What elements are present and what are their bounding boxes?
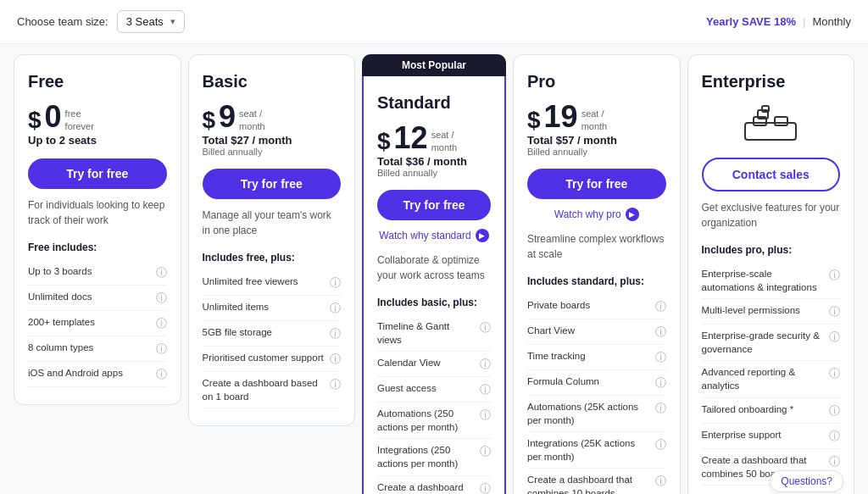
info-icon[interactable]: ⓘ bbox=[829, 403, 840, 419]
info-icon[interactable]: ⓘ bbox=[829, 366, 840, 381]
info-icon[interactable]: ⓘ bbox=[655, 299, 666, 314]
team-size-label: Choose team size: bbox=[17, 15, 108, 28]
feature-text: Create a dashboard that combines 5 board… bbox=[377, 480, 476, 494]
info-icon[interactable]: ⓘ bbox=[655, 375, 666, 391]
info-icon[interactable]: ⓘ bbox=[480, 320, 491, 336]
cta-button-free[interactable]: Try for free bbox=[28, 158, 167, 189]
info-icon[interactable]: ⓘ bbox=[829, 429, 840, 444]
price-suffix: seat /month bbox=[431, 129, 458, 153]
feature-text: Prioritised customer support bbox=[203, 351, 327, 364]
feature-text: Create a dashboard that combines 10 boar… bbox=[527, 473, 652, 494]
feature-text: Enterprise support bbox=[702, 428, 826, 441]
plan-description-enterprise: Get exclusive features for your organiza… bbox=[702, 200, 841, 230]
feature-item: Enterprise supportⓘ bbox=[702, 424, 841, 449]
feature-item: Time trackingⓘ bbox=[527, 345, 666, 370]
feature-item: 5GB file storageⓘ bbox=[203, 321, 342, 347]
info-icon[interactable]: ⓘ bbox=[829, 454, 840, 469]
price-suffix: seat /month bbox=[581, 108, 608, 132]
plan-description-standard: Collaborate & optimize your work across … bbox=[377, 253, 491, 283]
total-price-standard: Total $36 / month bbox=[377, 155, 491, 168]
feature-text: Integrations (25K actions per month) bbox=[527, 436, 652, 463]
popular-badge: Most Popular bbox=[362, 54, 506, 76]
info-icon[interactable]: ⓘ bbox=[156, 367, 167, 382]
plan-name-pro: Pro bbox=[527, 72, 666, 92]
watch-link-standard[interactable]: Watch why standard▶ bbox=[377, 229, 491, 242]
plan-description-pro: Streamline complex workflows at scale bbox=[527, 231, 666, 262]
info-icon[interactable]: ⓘ bbox=[829, 304, 840, 319]
feature-item: Advanced reporting & analyticsⓘ bbox=[702, 361, 841, 397]
info-icon[interactable]: ⓘ bbox=[655, 350, 666, 365]
cta-button-basic[interactable]: Try for free bbox=[203, 169, 342, 199]
plan-name-basic: Basic bbox=[203, 72, 342, 92]
feature-item: Create a dashboard that combines 10 boar… bbox=[527, 469, 666, 494]
info-icon[interactable]: ⓘ bbox=[655, 474, 666, 489]
feature-text: Tailored onboarding * bbox=[702, 402, 826, 416]
plan-card-free: Free$0freeforeverUp to 2 seatsTry for fr… bbox=[14, 54, 181, 405]
feature-text: Create a dashboard based on 1 board bbox=[203, 376, 327, 403]
info-icon[interactable]: ⓘ bbox=[330, 326, 341, 341]
features-header-free: Free includes: bbox=[28, 241, 167, 253]
feature-text: Private boards bbox=[527, 298, 652, 312]
feature-text: Calendar View bbox=[377, 356, 476, 369]
plans-container: Free$0freeforeverUp to 2 seatsTry for fr… bbox=[0, 44, 868, 494]
feature-text: Automations (250 actions per month) bbox=[377, 407, 476, 434]
info-icon[interactable]: ⓘ bbox=[480, 382, 491, 397]
feature-text: 5GB file storage bbox=[203, 325, 327, 339]
feature-text: 8 column types bbox=[28, 341, 153, 354]
info-icon[interactable]: ⓘ bbox=[480, 408, 491, 423]
info-icon[interactable]: ⓘ bbox=[156, 341, 167, 357]
info-icon[interactable]: ⓘ bbox=[330, 377, 341, 392]
cta-button-pro[interactable]: Try for free bbox=[527, 169, 666, 199]
feature-text: Automations (25K actions per month) bbox=[527, 400, 652, 427]
watch-link-pro[interactable]: Watch why pro▶ bbox=[527, 208, 666, 221]
price-dollar-symbol: $ bbox=[203, 108, 216, 132]
info-icon[interactable]: ⓘ bbox=[655, 437, 666, 452]
info-icon[interactable]: ⓘ bbox=[156, 316, 167, 331]
info-icon[interactable]: ⓘ bbox=[655, 325, 666, 340]
info-icon[interactable]: ⓘ bbox=[480, 444, 491, 459]
billing-toggle: Yearly SAVE 18% | Monthly bbox=[706, 15, 851, 28]
plan-card-basic: Basic$9seat /monthTotal $27 / monthBille… bbox=[188, 54, 356, 426]
feature-item: Unlimited free viewersⓘ bbox=[203, 270, 342, 296]
enterprise-icon bbox=[741, 102, 800, 144]
billed-annually-pro: Billed annually bbox=[527, 147, 666, 157]
feature-item: 200+ templatesⓘ bbox=[28, 311, 167, 336]
questions-badge[interactable]: Questions? bbox=[770, 470, 843, 492]
features-header-pro: Includes standard, plus: bbox=[527, 275, 666, 287]
feature-text: Integrations (250 actions per month) bbox=[377, 443, 476, 470]
features-header-basic: Includes free, plus: bbox=[203, 252, 342, 264]
feature-item: Integrations (25K actions per month)ⓘ bbox=[527, 432, 666, 469]
feature-text: iOS and Android apps bbox=[28, 366, 153, 380]
seat-info-free: Up to 2 seats bbox=[28, 134, 167, 147]
feature-item: Unlimited docsⓘ bbox=[28, 286, 167, 311]
info-icon[interactable]: ⓘ bbox=[330, 352, 341, 367]
info-icon[interactable]: ⓘ bbox=[156, 265, 167, 280]
feature-item: Prioritised customer supportⓘ bbox=[203, 347, 342, 372]
info-icon[interactable]: ⓘ bbox=[480, 481, 491, 494]
info-icon[interactable]: ⓘ bbox=[330, 275, 341, 291]
billing-monthly-option[interactable]: Monthly bbox=[812, 15, 851, 28]
info-icon[interactable]: ⓘ bbox=[829, 330, 840, 345]
feature-item: Guest accessⓘ bbox=[377, 377, 491, 402]
cta-button-enterprise[interactable]: Contact sales bbox=[702, 158, 841, 191]
team-size-dropdown[interactable]: 3 Seats ▾ bbox=[117, 10, 185, 33]
plan-name-free: Free bbox=[28, 72, 167, 92]
feature-item: Unlimited itemsⓘ bbox=[203, 296, 342, 321]
feature-item: Multi-level permissionsⓘ bbox=[702, 299, 841, 325]
svg-rect-0 bbox=[745, 123, 796, 140]
top-bar: Choose team size: 3 Seats ▾ Yearly SAVE … bbox=[0, 0, 868, 44]
info-icon[interactable]: ⓘ bbox=[330, 301, 341, 316]
svg-rect-2 bbox=[775, 117, 787, 125]
info-icon[interactable]: ⓘ bbox=[829, 268, 840, 283]
billed-annually-basic: Billed annually bbox=[203, 147, 342, 157]
price-dollar-symbol: $ bbox=[28, 108, 42, 132]
info-icon[interactable]: ⓘ bbox=[655, 401, 666, 416]
billing-yearly-option[interactable]: Yearly SAVE 18% bbox=[706, 15, 796, 28]
feature-item: Tailored onboarding *ⓘ bbox=[702, 398, 841, 424]
info-icon[interactable]: ⓘ bbox=[480, 357, 491, 372]
info-icon[interactable]: ⓘ bbox=[156, 291, 167, 306]
cta-button-standard[interactable]: Try for free bbox=[377, 190, 491, 220]
billing-divider: | bbox=[803, 15, 805, 28]
play-icon: ▶ bbox=[626, 208, 639, 221]
feature-item: Enterprise-grade security & governanceⓘ bbox=[702, 325, 841, 361]
